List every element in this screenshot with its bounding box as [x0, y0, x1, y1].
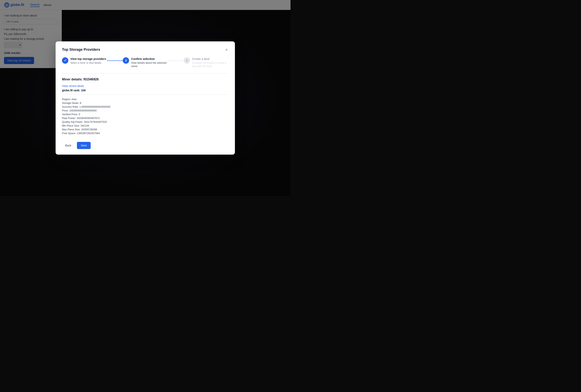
step-2-number: 2 — [125, 59, 127, 62]
step-1-desc: Select a miner to view details — [70, 61, 106, 65]
step-3-desc: Generate commands to create a deal with … — [192, 61, 228, 68]
detail-2: Success Rate: 1.00000000000000000000 — [62, 105, 228, 108]
step-3-info: Create a deal Generate commands to creat… — [192, 57, 228, 68]
detail-7: Min Piece Size: 262144 — [62, 124, 228, 127]
next-button[interactable]: Next — [77, 142, 91, 149]
step-connector-1 — [107, 60, 123, 61]
modal-header: Top Storage Providers × — [62, 47, 228, 52]
detail-3: Price: 1000000000000000000 — [62, 109, 228, 112]
modal-title: Top Storage Providers — [62, 47, 100, 52]
step-3-title: Create a deal — [192, 57, 228, 60]
step-3-circle: 3 — [184, 57, 190, 64]
step-1-circle: ✓ — [62, 57, 68, 64]
steps-container: ✓ View top storage providers Select a mi… — [62, 57, 228, 68]
modal: Top Storage Providers × ✓ View top stora… — [56, 41, 235, 155]
step-2: 2 Confirm selection View details about t… — [123, 57, 168, 68]
detail-8: Max Piece Size: 34359738368 — [62, 128, 228, 131]
detail-1: Storage Deals: 8 — [62, 101, 228, 104]
modal-footer: Back Next — [62, 140, 228, 149]
step-2-circle: 2 — [123, 57, 129, 64]
step-2-title: Confirm selection — [131, 57, 168, 60]
view-recent-deals-link[interactable]: View recent deals — [62, 84, 228, 88]
detail-0: Region: Asia — [62, 98, 228, 101]
details-list: Region: Asia Storage Deals: 8 Success Ra… — [62, 98, 228, 135]
step-3: 3 Create a deal Generate commands to cre… — [184, 57, 228, 68]
step-1-check: ✓ — [64, 58, 66, 62]
miner-title: Miner details: f01546926 — [62, 78, 228, 81]
step-1-info: View top storage providers Select a mine… — [70, 57, 106, 65]
detail-4: Verified Price: 0 — [62, 113, 228, 116]
modal-close-button[interactable]: × — [224, 47, 228, 52]
detail-9: Free Space: 1365387283267584 — [62, 132, 228, 135]
rank-text: globe.fil rank: 100 — [62, 89, 228, 95]
modal-divider — [62, 73, 228, 74]
detail-5: Raw Power: 3420649393487872 — [62, 117, 228, 120]
modal-overlay: Top Storage Providers × ✓ View top stora… — [0, 0, 290, 196]
step-connector-2 — [168, 60, 184, 61]
back-button[interactable]: Back — [62, 142, 74, 149]
step-1: ✓ View top storage providers Select a mi… — [62, 57, 107, 65]
step-3-number: 3 — [186, 59, 188, 62]
step-1-title: View top storage providers — [70, 57, 106, 60]
detail-6: Quality Adj Power: 3431757644267520 — [62, 120, 228, 123]
step-2-info: Confirm selection View details about the… — [131, 57, 168, 68]
step-2-desc: View details about the selected miner — [131, 61, 168, 68]
